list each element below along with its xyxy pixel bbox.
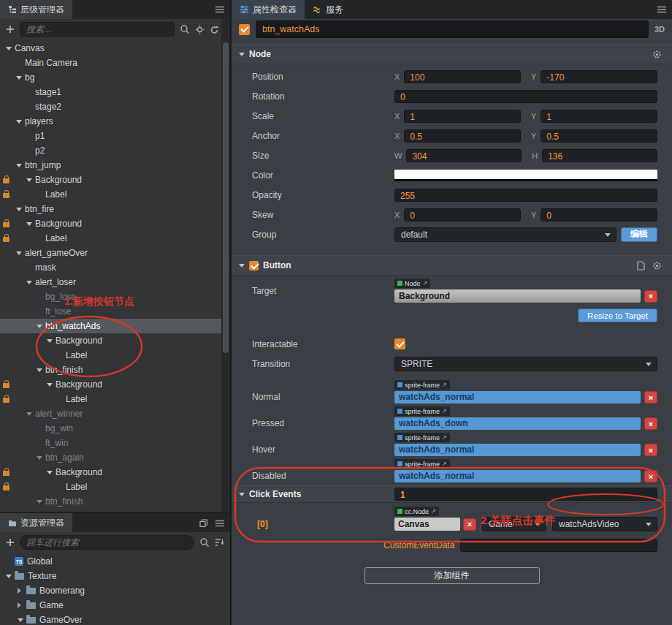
hierarchy-node-btn-fire[interactable]: btn_fire	[0, 202, 221, 216]
remove-event-target-button[interactable]: ×	[463, 518, 476, 531]
size-w-field[interactable]: 304	[406, 149, 522, 162]
expand-caret[interactable]	[37, 500, 45, 504]
add-asset-icon[interactable]	[6, 538, 15, 547]
expand-caret[interactable]	[18, 618, 26, 622]
scrollbar-thumb[interactable]	[223, 42, 229, 353]
hierarchy-node-label[interactable]: Label	[0, 231, 221, 246]
remove-normal-button[interactable]: ×	[644, 391, 657, 404]
remove-hover-button[interactable]: ×	[644, 444, 657, 456]
node-active-checkbox[interactable]	[239, 24, 250, 35]
hierarchy-node-label[interactable]: Label	[0, 187, 221, 202]
pressed-sprite-value[interactable]: watchAds_down	[394, 417, 641, 430]
hierarchy-node-alert-winner[interactable]: alert_winner	[0, 406, 221, 421]
add-node-icon[interactable]	[6, 25, 15, 34]
expand-caret[interactable]	[16, 208, 25, 211]
expand-caret[interactable]	[37, 368, 45, 372]
add-component-button[interactable]: 添加组件	[364, 567, 540, 584]
expand-caret[interactable]	[47, 339, 56, 343]
hierarchy-node-label[interactable]: Label	[0, 348, 221, 363]
asset-node-global[interactable]: TSGlobal	[0, 554, 221, 569]
menu-icon[interactable]	[215, 6, 224, 13]
expand-caret[interactable]	[26, 222, 35, 226]
hierarchy-node-btn-watchads[interactable]: btn_watchAds	[0, 319, 221, 333]
hierarchy-node-btn-jump[interactable]: btn_jump	[0, 158, 221, 173]
color-swatch[interactable]	[394, 170, 657, 181]
search-icon[interactable]	[180, 24, 190, 34]
hierarchy-node-bg-win[interactable]: bg_win	[0, 421, 221, 436]
locate-icon[interactable]	[195, 25, 205, 34]
sprite-frame-chip[interactable]: sprite-frame↗	[394, 433, 450, 442]
button-enabled-checkbox[interactable]	[249, 261, 259, 270]
remove-pressed-button[interactable]: ×	[644, 417, 657, 430]
node-name-input[interactable]	[256, 20, 649, 38]
expand-caret[interactable]	[26, 178, 35, 182]
expand-caret[interactable]	[16, 76, 25, 80]
scale-y-field[interactable]: 1	[541, 110, 657, 123]
click-events-count-field[interactable]: 1	[394, 488, 657, 501]
mode-3d-toggle[interactable]: 3D	[654, 25, 665, 34]
hierarchy-node-bg[interactable]: bg	[0, 70, 221, 85]
hierarchy-node-ft-lose[interactable]: ft_lose	[0, 304, 221, 319]
asset-node-boomerang[interactable]: Boomerang	[0, 583, 221, 598]
expand-caret[interactable]	[18, 602, 26, 608]
tab-assets[interactable]: 资源管理器	[0, 513, 72, 532]
collapse-caret-icon[interactable]	[239, 264, 245, 268]
anchor-x-field[interactable]: 0.5	[404, 129, 521, 143]
external-link-icon[interactable]: ↗	[431, 508, 436, 515]
expand-caret[interactable]	[37, 325, 45, 328]
refresh-icon[interactable]	[210, 25, 219, 34]
node-type-chip[interactable]: Node ↗	[394, 279, 430, 288]
hierarchy-node-alert-gameover[interactable]: alert_gameOver	[0, 246, 221, 260]
tab-services[interactable]: 服务	[305, 0, 351, 19]
event-component-dropdown[interactable]: Game	[482, 517, 546, 531]
resize-to-target-button[interactable]: Resize to Target	[578, 308, 657, 322]
expand-caret[interactable]	[26, 412, 35, 416]
hierarchy-node-background[interactable]: Background	[0, 173, 221, 187]
hierarchy-node-background[interactable]: Background	[0, 333, 221, 348]
asset-node-texture[interactable]: Texture	[0, 569, 221, 583]
event-handler-dropdown[interactable]: watchAdsVideo	[552, 517, 657, 531]
remove-disabled-button[interactable]: ×	[644, 470, 657, 482]
hover-sprite-value[interactable]: watchAds_normal	[394, 444, 641, 456]
assets-search-input[interactable]	[20, 535, 194, 550]
transition-dropdown[interactable]: SPRITE	[394, 357, 657, 371]
normal-sprite-value[interactable]: watchAds_normal	[394, 391, 641, 404]
doc-icon[interactable]	[637, 261, 645, 270]
expand-caret[interactable]	[6, 575, 15, 578]
group-dropdown[interactable]: default	[394, 227, 616, 242]
remove-target-button[interactable]: ×	[644, 290, 657, 303]
asset-node-gameover[interactable]: GameOver	[0, 613, 221, 625]
hierarchy-node-ft-win[interactable]: ft_win	[0, 436, 221, 450]
hierarchy-node-label[interactable]: Label	[0, 392, 221, 406]
external-link-icon[interactable]: ↗	[442, 408, 447, 414]
rotation-field[interactable]: 0	[394, 90, 657, 103]
custom-event-data-field[interactable]	[460, 539, 657, 552]
sort-icon[interactable]	[215, 538, 224, 547]
button-section-header[interactable]: Button	[232, 255, 672, 276]
collapse-caret-icon[interactable]	[239, 493, 245, 496]
expand-caret[interactable]	[16, 164, 25, 167]
node-section-header[interactable]: Node	[232, 44, 672, 64]
hierarchy-node-p1[interactable]: p1	[0, 129, 221, 143]
hierarchy-node-background[interactable]: Background	[0, 377, 221, 392]
skew-y-field[interactable]: 0	[541, 208, 657, 221]
anchor-y-field[interactable]: 0.5	[541, 129, 657, 143]
hierarchy-node-canvas[interactable]: Canvas	[0, 41, 221, 56]
search-icon[interactable]	[199, 537, 210, 548]
skew-x-field[interactable]: 0	[404, 208, 521, 221]
tab-properties[interactable]: 属性检查器	[232, 0, 305, 19]
external-link-icon[interactable]: ↗	[442, 461, 447, 467]
expand-caret[interactable]	[16, 120, 25, 124]
gear-icon[interactable]	[652, 261, 662, 270]
expand-caret[interactable]	[47, 383, 56, 387]
tab-hierarchy[interactable]: 层级管理器	[0, 0, 72, 19]
hierarchy-node-p2[interactable]: p2	[0, 143, 221, 158]
hierarchy-node-label[interactable]: Label	[0, 480, 221, 494]
position-x-field[interactable]: 100	[404, 70, 521, 83]
hierarchy-node-btn-finish[interactable]: btn_finish	[0, 363, 221, 377]
hierarchy-node-stage2[interactable]: stage2	[0, 99, 221, 114]
size-h-field[interactable]: 136	[542, 149, 657, 162]
hierarchy-node-players[interactable]: players	[0, 114, 221, 129]
menu-icon[interactable]	[657, 6, 666, 13]
hierarchy-node-background[interactable]: Background	[0, 216, 221, 231]
